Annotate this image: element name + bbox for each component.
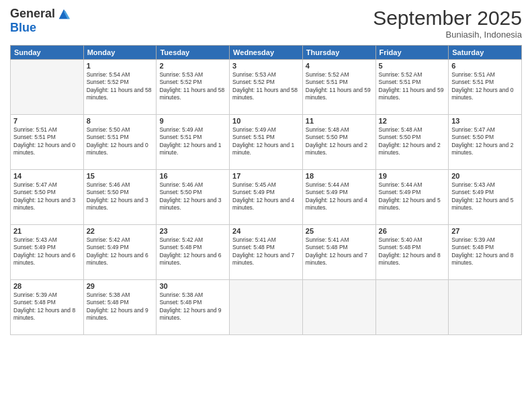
cell-info: Sunrise: 5:48 AMSunset: 5:50 PMDaylight:…	[306, 126, 373, 157]
week-row-2: 14Sunrise: 5:47 AMSunset: 5:50 PMDayligh…	[11, 170, 522, 225]
cell-info: Sunrise: 5:44 AMSunset: 5:49 PMDaylight:…	[379, 181, 446, 212]
cell-4-4	[302, 280, 375, 335]
day-number: 30	[159, 282, 226, 290]
logo-blue: Blue	[10, 21, 36, 34]
cell-0-2: 2Sunrise: 5:53 AMSunset: 5:52 PMDaylight…	[157, 60, 230, 115]
col-monday: Monday	[83, 46, 157, 60]
cell-info: Sunrise: 5:52 AMSunset: 5:51 PMDaylight:…	[306, 71, 373, 102]
day-number: 9	[159, 117, 226, 125]
week-row-0: 1Sunrise: 5:54 AMSunset: 5:52 PMDaylight…	[11, 60, 522, 115]
cell-info: Sunrise: 5:41 AMSunset: 5:48 PMDaylight:…	[232, 236, 300, 267]
cell-0-6: 6Sunrise: 5:51 AMSunset: 5:51 PMDaylight…	[449, 60, 522, 115]
cell-info: Sunrise: 5:49 AMSunset: 5:51 PMDaylight:…	[159, 126, 226, 157]
cell-0-3: 3Sunrise: 5:53 AMSunset: 5:52 PMDaylight…	[230, 60, 303, 115]
day-number: 7	[13, 117, 81, 125]
cell-info: Sunrise: 5:46 AMSunset: 5:50 PMDaylight:…	[159, 181, 226, 212]
cell-4-6	[449, 280, 522, 335]
cell-4-0: 28Sunrise: 5:39 AMSunset: 5:48 PMDayligh…	[11, 280, 84, 335]
cell-info: Sunrise: 5:52 AMSunset: 5:51 PMDaylight:…	[379, 71, 446, 102]
day-number: 3	[232, 62, 300, 70]
cell-info: Sunrise: 5:49 AMSunset: 5:51 PMDaylight:…	[232, 126, 300, 157]
cell-info: Sunrise: 5:51 AMSunset: 5:51 PMDaylight:…	[451, 71, 519, 102]
cell-0-4: 4Sunrise: 5:52 AMSunset: 5:51 PMDaylight…	[302, 60, 375, 115]
col-friday: Friday	[375, 46, 449, 60]
day-number: 11	[306, 117, 373, 125]
cell-info: Sunrise: 5:54 AMSunset: 5:52 PMDaylight:…	[87, 71, 154, 102]
cell-0-1: 1Sunrise: 5:54 AMSunset: 5:52 PMDaylight…	[83, 60, 157, 115]
cell-4-2: 30Sunrise: 5:38 AMSunset: 5:48 PMDayligh…	[157, 280, 230, 335]
cell-2-5: 19Sunrise: 5:44 AMSunset: 5:49 PMDayligh…	[375, 170, 449, 225]
col-saturday: Saturday	[449, 46, 522, 60]
day-number: 18	[306, 172, 373, 180]
col-thursday: Thursday	[302, 46, 375, 60]
cell-info: Sunrise: 5:46 AMSunset: 5:50 PMDaylight:…	[87, 181, 154, 212]
cell-info: Sunrise: 5:47 AMSunset: 5:50 PMDaylight:…	[451, 126, 519, 157]
cell-info: Sunrise: 5:44 AMSunset: 5:49 PMDaylight:…	[306, 181, 373, 212]
day-number: 5	[379, 62, 446, 70]
col-sunday: Sunday	[11, 46, 84, 60]
day-number: 2	[159, 62, 226, 70]
day-number: 23	[159, 227, 226, 235]
cell-2-6: 20Sunrise: 5:43 AMSunset: 5:49 PMDayligh…	[449, 170, 522, 225]
header: General Blue September 2025 Buniasih, In…	[10, 7, 522, 40]
cell-2-4: 18Sunrise: 5:44 AMSunset: 5:49 PMDayligh…	[302, 170, 375, 225]
day-number: 16	[159, 172, 226, 180]
logo-icon	[56, 7, 71, 21]
cell-0-5: 5Sunrise: 5:52 AMSunset: 5:51 PMDaylight…	[375, 60, 449, 115]
cell-1-0: 7Sunrise: 5:51 AMSunset: 5:51 PMDaylight…	[11, 115, 84, 170]
day-number: 14	[13, 172, 81, 180]
day-number: 17	[232, 172, 300, 180]
day-number: 26	[379, 227, 446, 235]
cell-info: Sunrise: 5:53 AMSunset: 5:52 PMDaylight:…	[159, 71, 226, 102]
calendar-table: Sunday Monday Tuesday Wednesday Thursday…	[10, 45, 522, 335]
cell-info: Sunrise: 5:43 AMSunset: 5:49 PMDaylight:…	[451, 181, 519, 212]
day-number: 27	[451, 227, 519, 235]
cell-4-1: 29Sunrise: 5:38 AMSunset: 5:48 PMDayligh…	[83, 280, 157, 335]
logo-general: General	[10, 7, 55, 21]
cell-2-2: 16Sunrise: 5:46 AMSunset: 5:50 PMDayligh…	[157, 170, 230, 225]
cell-3-3: 24Sunrise: 5:41 AMSunset: 5:48 PMDayligh…	[230, 225, 303, 280]
cell-1-2: 9Sunrise: 5:49 AMSunset: 5:51 PMDaylight…	[157, 115, 230, 170]
cell-3-0: 21Sunrise: 5:43 AMSunset: 5:49 PMDayligh…	[11, 225, 84, 280]
title-block: September 2025 Buniasih, Indonesia	[373, 7, 522, 40]
cell-info: Sunrise: 5:51 AMSunset: 5:51 PMDaylight:…	[13, 126, 81, 157]
cell-2-0: 14Sunrise: 5:47 AMSunset: 5:50 PMDayligh…	[11, 170, 84, 225]
cell-3-2: 23Sunrise: 5:42 AMSunset: 5:48 PMDayligh…	[157, 225, 230, 280]
day-number: 10	[232, 117, 300, 125]
cell-info: Sunrise: 5:39 AMSunset: 5:48 PMDaylight:…	[13, 291, 81, 322]
cell-1-3: 10Sunrise: 5:49 AMSunset: 5:51 PMDayligh…	[230, 115, 303, 170]
week-row-1: 7Sunrise: 5:51 AMSunset: 5:51 PMDaylight…	[11, 115, 522, 170]
day-number: 4	[306, 62, 373, 70]
cell-info: Sunrise: 5:42 AMSunset: 5:49 PMDaylight:…	[87, 236, 154, 267]
day-number: 12	[379, 117, 446, 125]
cell-3-1: 22Sunrise: 5:42 AMSunset: 5:49 PMDayligh…	[83, 225, 157, 280]
cell-info: Sunrise: 5:39 AMSunset: 5:48 PMDaylight:…	[451, 236, 519, 267]
col-tuesday: Tuesday	[157, 46, 230, 60]
cell-info: Sunrise: 5:53 AMSunset: 5:52 PMDaylight:…	[232, 71, 300, 102]
cell-0-0	[11, 60, 84, 115]
cell-1-5: 12Sunrise: 5:48 AMSunset: 5:50 PMDayligh…	[375, 115, 449, 170]
cell-info: Sunrise: 5:41 AMSunset: 5:48 PMDaylight:…	[306, 236, 373, 267]
day-number: 6	[451, 62, 519, 70]
cell-4-5	[375, 280, 449, 335]
cell-3-6: 27Sunrise: 5:39 AMSunset: 5:48 PMDayligh…	[449, 225, 522, 280]
cell-info: Sunrise: 5:45 AMSunset: 5:49 PMDaylight:…	[232, 181, 300, 212]
week-row-4: 28Sunrise: 5:39 AMSunset: 5:48 PMDayligh…	[11, 280, 522, 335]
cell-info: Sunrise: 5:38 AMSunset: 5:48 PMDaylight:…	[87, 291, 154, 322]
cell-1-1: 8Sunrise: 5:50 AMSunset: 5:51 PMDaylight…	[83, 115, 157, 170]
cell-info: Sunrise: 5:48 AMSunset: 5:50 PMDaylight:…	[379, 126, 446, 157]
day-number: 21	[13, 227, 81, 235]
cell-2-3: 17Sunrise: 5:45 AMSunset: 5:49 PMDayligh…	[230, 170, 303, 225]
day-number: 20	[451, 172, 519, 180]
week-row-3: 21Sunrise: 5:43 AMSunset: 5:49 PMDayligh…	[11, 225, 522, 280]
location: Buniasih, Indonesia	[373, 30, 522, 40]
cell-info: Sunrise: 5:47 AMSunset: 5:50 PMDaylight:…	[13, 181, 81, 212]
day-number: 29	[87, 282, 154, 290]
logo: General Blue	[10, 7, 71, 35]
day-number: 19	[379, 172, 446, 180]
cell-3-4: 25Sunrise: 5:41 AMSunset: 5:48 PMDayligh…	[302, 225, 375, 280]
cell-1-6: 13Sunrise: 5:47 AMSunset: 5:50 PMDayligh…	[449, 115, 522, 170]
calendar-header-row: Sunday Monday Tuesday Wednesday Thursday…	[11, 46, 522, 60]
cell-info: Sunrise: 5:38 AMSunset: 5:48 PMDaylight:…	[159, 291, 226, 322]
cell-3-5: 26Sunrise: 5:40 AMSunset: 5:48 PMDayligh…	[375, 225, 449, 280]
